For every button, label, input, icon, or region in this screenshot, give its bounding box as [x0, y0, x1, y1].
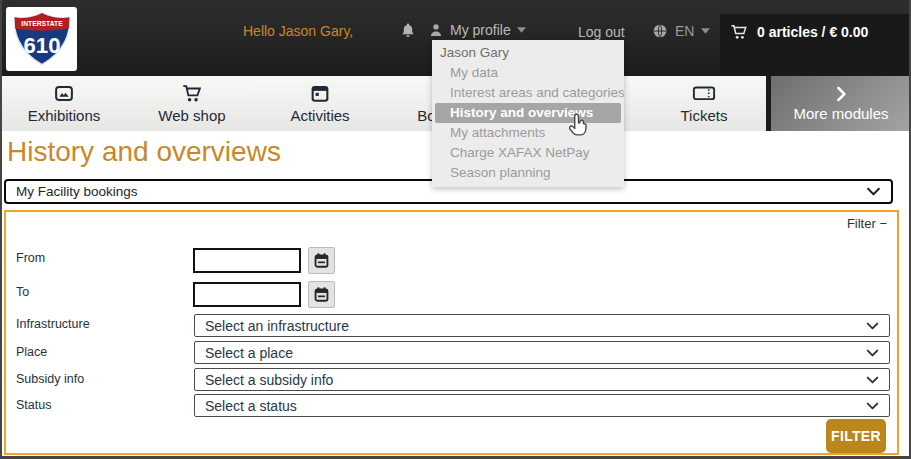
from-datepicker-button[interactable] — [308, 247, 335, 274]
language-selector[interactable]: EN — [652, 23, 710, 39]
status-select[interactable]: Select a status — [194, 394, 890, 417]
infrastructure-select-value: Select an infrastructure — [205, 318, 349, 334]
status-label: Status — [16, 398, 51, 412]
menu-item-interest-areas[interactable]: Interest areas and categories — [432, 83, 624, 103]
image-icon — [52, 83, 76, 104]
module-nav-bar: Exhibitions Web shop Activities Bookings — [0, 76, 766, 131]
nav-item-web-shop[interactable]: Web shop — [128, 76, 256, 131]
facility-view-value: My Facility bookings — [16, 184, 138, 199]
hand-pointer-cursor — [563, 110, 593, 142]
more-modules-button[interactable]: More modules — [771, 76, 911, 131]
bell-icon — [399, 22, 417, 40]
filter-collapse-toggle[interactable]: Filter − — [847, 216, 887, 231]
cart-icon — [730, 23, 749, 40]
place-label: Place — [16, 345, 47, 359]
language-code: EN — [675, 23, 694, 39]
menu-item-user-name[interactable]: Jason Gary — [432, 43, 624, 63]
subsidy-info-select-value: Select a subsidy info — [205, 372, 333, 388]
from-label: From — [16, 251, 45, 265]
notifications-button[interactable] — [399, 22, 417, 40]
chevron-down-icon — [701, 28, 710, 34]
nav-item-tickets[interactable]: Tickets — [640, 76, 768, 131]
ticket-icon — [692, 83, 716, 104]
calendar-icon — [313, 286, 330, 303]
nav-item-activities[interactable]: Activities — [256, 76, 384, 131]
my-profile-menu-button[interactable]: My profile — [428, 22, 526, 38]
page-title: History and overviews — [7, 136, 281, 168]
to-label: To — [16, 285, 29, 299]
menu-item-charge-xafax-netpay[interactable]: Charge XAFAX NetPay — [432, 143, 624, 163]
greeting-text: Hello Jason Gary, — [243, 23, 353, 39]
chevron-right-icon — [832, 85, 850, 103]
logo-number: 610 — [23, 33, 60, 58]
menu-item-my-data[interactable]: My data — [432, 63, 624, 83]
my-profile-label: My profile — [450, 22, 511, 38]
chevron-down-icon — [866, 376, 879, 384]
to-datepicker-button[interactable] — [308, 281, 335, 308]
globe-icon — [652, 23, 668, 39]
menu-item-history-and-overviews[interactable]: History and overviews — [435, 103, 621, 123]
app-window: INTERSTATE 610 Hello Jason Gary, My prof… — [0, 0, 911, 459]
chevron-down-icon — [866, 187, 881, 196]
calendar-icon — [308, 83, 332, 104]
nav-item-exhibitions[interactable]: Exhibitions — [0, 76, 128, 131]
chevron-down-icon — [866, 322, 879, 330]
filter-toggle-label: Filter — [847, 216, 876, 231]
collapse-minus-icon: − — [879, 216, 887, 231]
logo-top-text: INTERSTATE — [21, 20, 63, 27]
cart-summary-text: 0 articles / € 0.00 — [757, 24, 868, 40]
shop-cart-icon — [180, 83, 204, 104]
subsidy-info-select[interactable]: Select a subsidy info — [194, 368, 890, 391]
calendar-icon — [313, 252, 330, 269]
filter-submit-button[interactable]: FILTER — [826, 419, 886, 453]
chevron-down-icon — [866, 349, 879, 357]
menu-item-my-attachments[interactable]: My attachments — [432, 123, 624, 143]
chevron-down-icon — [517, 27, 526, 33]
logout-button[interactable]: Log out — [578, 24, 625, 40]
nav-label: Tickets — [681, 107, 728, 124]
filter-panel: Filter − From To Infrastru — [4, 210, 899, 455]
menu-item-season-planning[interactable]: Season planning — [432, 163, 624, 183]
nav-label: Web shop — [158, 107, 225, 124]
status-select-value: Select a status — [205, 398, 297, 414]
profile-dropdown-menu: Jason Gary My data Interest areas and ca… — [432, 40, 624, 187]
interstate-shield-logo: INTERSTATE 610 — [11, 11, 73, 67]
subsidy-info-label: Subsidy info — [16, 372, 84, 386]
nav-label: Exhibitions — [28, 107, 101, 124]
site-logo[interactable]: INTERSTATE 610 — [6, 7, 77, 71]
place-select-value: Select a place — [205, 345, 293, 361]
from-date-input[interactable] — [193, 248, 301, 273]
place-select[interactable]: Select a place — [194, 341, 890, 364]
infrastructure-label: Infrastructure — [16, 317, 90, 331]
cart-summary-button[interactable]: 0 articles / € 0.00 — [720, 14, 911, 76]
chevron-down-icon — [866, 402, 879, 410]
to-date-input[interactable] — [193, 282, 301, 307]
nav-label: Activities — [290, 107, 349, 124]
more-modules-label: More modules — [793, 105, 888, 122]
person-icon — [428, 22, 444, 38]
infrastructure-select[interactable]: Select an infrastructure — [194, 314, 890, 337]
